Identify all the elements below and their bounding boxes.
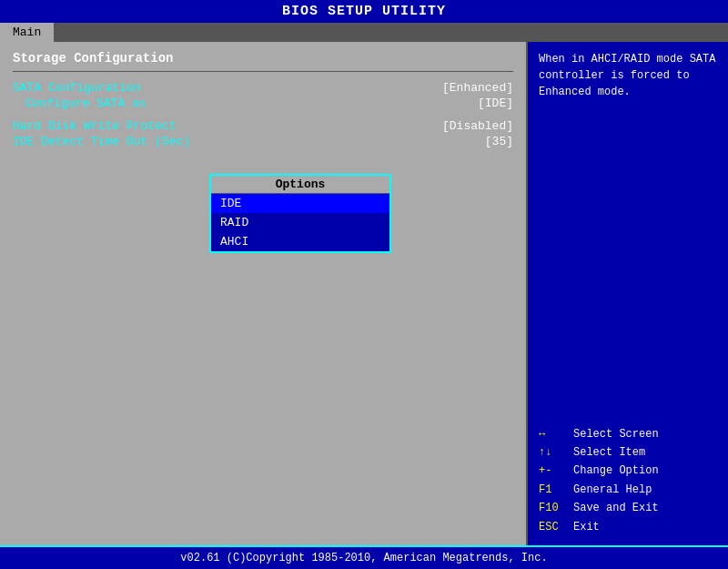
- key-f10: F10 Save and Exit: [539, 499, 717, 517]
- key-f10-label: Save and Exit: [573, 499, 659, 517]
- key-f10-icon: F10: [539, 499, 568, 517]
- bios-title: BIOS SETUP UTILITY: [0, 0, 728, 23]
- key-esc-label: Exit: [573, 518, 600, 536]
- title-text: BIOS SETUP UTILITY: [282, 4, 446, 19]
- key-f1-label: General Help: [573, 481, 652, 499]
- write-protect-row[interactable]: Hard Disk Write Protect [Disabled]: [13, 119, 513, 133]
- sata-config-value: [Enhanced]: [442, 81, 513, 95]
- key-f1: F1 General Help: [539, 481, 717, 499]
- section-title: Storage Configuration: [13, 51, 513, 66]
- section-divider: [13, 71, 513, 72]
- key-plusminus-icon: +-: [539, 462, 568, 480]
- key-f1-icon: F1: [539, 481, 568, 499]
- footer-text: v02.61 (C)Copyright 1985-2010, American …: [180, 552, 547, 564]
- main-area: Storage Configuration SATA Configuration…: [0, 42, 728, 545]
- key-arrows-icon: ↔: [539, 425, 568, 443]
- configure-sata-value: [IDE]: [478, 97, 513, 110]
- key-esc-icon: ESC: [539, 518, 568, 536]
- help-text: When in AHCI/RAID mode SATA controller i…: [539, 51, 717, 100]
- key-updown-icon: ↑↓: [539, 443, 568, 462]
- option-ahci[interactable]: AHCI: [211, 232, 389, 251]
- options-popup: Options IDE RAID AHCI: [209, 174, 391, 253]
- key-help: ↔ Select Screen ↑↓ Select Item +- Change…: [539, 425, 717, 536]
- hdd-config-group: Hard Disk Write Protect [Disabled] IDE D…: [13, 119, 513, 148]
- configure-sata-row[interactable]: Configure SATA as [IDE]: [13, 97, 513, 110]
- tab-row: Main: [0, 23, 728, 42]
- key-change-option: +- Change Option: [539, 462, 717, 480]
- configure-sata-label: Configure SATA as: [13, 97, 147, 110]
- footer: v02.61 (C)Copyright 1985-2010, American …: [0, 545, 728, 569]
- key-select-screen: ↔ Select Screen: [539, 425, 717, 443]
- key-select-item: ↑↓ Select Item: [539, 443, 717, 462]
- sata-config-group: SATA Configuration [Enhanced] Configure …: [13, 81, 513, 110]
- write-protect-label: Hard Disk Write Protect: [13, 119, 176, 133]
- ide-timeout-value: [35]: [485, 135, 513, 148]
- tab-main[interactable]: Main: [0, 23, 54, 42]
- ide-timeout-label: IDE Detect Time Out (Sec): [13, 135, 190, 148]
- ide-timeout-row[interactable]: IDE Detect Time Out (Sec) [35]: [13, 135, 513, 148]
- right-panel: When in AHCI/RAID mode SATA controller i…: [528, 42, 728, 545]
- sata-config-row: SATA Configuration [Enhanced]: [13, 81, 513, 95]
- key-esc: ESC Exit: [539, 518, 717, 536]
- option-raid[interactable]: RAID: [211, 213, 389, 232]
- option-ide[interactable]: IDE: [211, 194, 389, 213]
- sata-config-label: SATA Configuration: [13, 81, 140, 95]
- key-select-item-label: Select Item: [573, 443, 645, 462]
- left-panel: Storage Configuration SATA Configuration…: [0, 42, 528, 545]
- key-select-screen-label: Select Screen: [573, 425, 659, 443]
- write-protect-value: [Disabled]: [442, 119, 513, 133]
- key-change-option-label: Change Option: [573, 462, 659, 480]
- options-title: Options: [211, 176, 389, 194]
